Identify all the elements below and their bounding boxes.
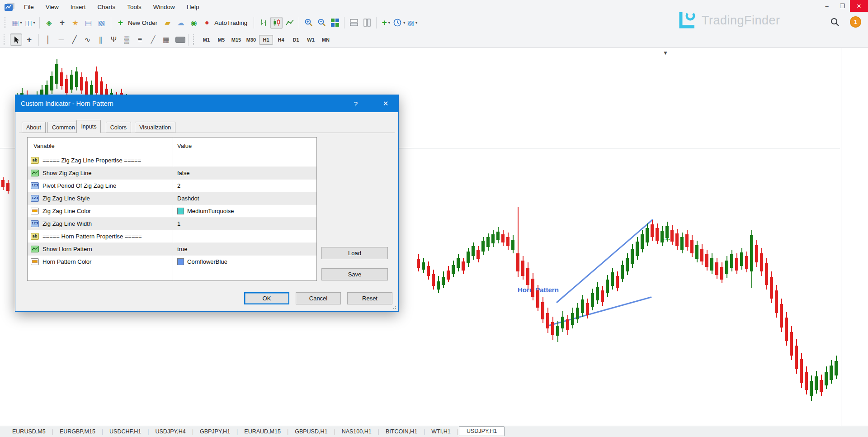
- table-row[interactable]: 123Zig Zag Line Width1: [28, 218, 316, 230]
- notification-badge[interactable]: 1: [850, 16, 861, 28]
- fibo-fan-tool[interactable]: ╱: [147, 33, 159, 46]
- value-cell[interactable]: 1: [173, 218, 316, 230]
- chart-tab-wti-h1[interactable]: WTI,H1: [425, 428, 456, 436]
- dialog-resize-grip[interactable]: [392, 305, 396, 309]
- chart-tab-usdjpy-h4[interactable]: USDJPY,H4: [150, 428, 192, 436]
- new-chart-button[interactable]: ▦▾: [11, 17, 23, 29]
- bar-chart-button[interactable]: [257, 17, 269, 29]
- zoom-in-button[interactable]: [302, 17, 315, 29]
- menu-file[interactable]: File: [18, 4, 40, 10]
- tab-visualization[interactable]: Visualization: [135, 122, 175, 133]
- timeframe-m15[interactable]: M15: [229, 35, 243, 45]
- timeframe-w1[interactable]: W1: [304, 35, 318, 45]
- chart-tab-bitcoin-h1[interactable]: BITCOIN,H1: [380, 428, 423, 436]
- menu-view[interactable]: View: [40, 4, 65, 10]
- tab-about[interactable]: About: [22, 122, 46, 133]
- trend-angle-tool[interactable]: ∿: [81, 33, 94, 46]
- timeframe-h4[interactable]: H4: [274, 35, 288, 45]
- load-button[interactable]: Load: [321, 247, 388, 259]
- tile-windows-button[interactable]: [329, 17, 341, 29]
- timeframe-d1[interactable]: D1: [289, 35, 303, 45]
- arrange-horizontal-button[interactable]: [361, 17, 373, 29]
- cancel-button[interactable]: Cancel: [296, 292, 341, 304]
- line-chart-button[interactable]: [283, 17, 296, 29]
- table-row[interactable]: Show Zig Zag Linefalse: [28, 167, 316, 180]
- periods-button[interactable]: ▾: [393, 17, 405, 29]
- table-row[interactable]: ab===== Zig Zag Line Propertise =====: [28, 154, 316, 167]
- search-icon[interactable]: [830, 17, 840, 27]
- ok-button[interactable]: OK: [244, 292, 289, 304]
- timeframe-m1[interactable]: M1: [199, 35, 213, 45]
- strategy-tester-button[interactable]: ▧: [95, 17, 108, 29]
- pattern-tool[interactable]: ▒: [121, 33, 133, 46]
- crosshair-button[interactable]: +: [56, 17, 68, 29]
- value-cell[interactable]: [173, 230, 316, 242]
- tab-colors[interactable]: Colors: [106, 122, 131, 133]
- crosshair-tool[interactable]: +: [23, 33, 35, 46]
- chart-scroll-arrow-icon[interactable]: ▼: [663, 50, 668, 56]
- chart-tab-gbpjpy-h1[interactable]: GBPJPY,H1: [194, 428, 236, 436]
- table-row[interactable]: Zig Zag Line ColorMediumTurquoise: [28, 205, 316, 218]
- chart-tab-eurgbp-m15[interactable]: EURGBP,M15: [54, 428, 101, 436]
- minimize-button[interactable]: –: [819, 0, 835, 12]
- value-cell[interactable]: 2: [173, 180, 316, 192]
- menu-window[interactable]: Window: [147, 4, 181, 10]
- autotrading-button-label[interactable]: AutoTrading: [214, 19, 247, 26]
- reset-button[interactable]: Reset: [347, 292, 392, 304]
- vertical-line-tool[interactable]: │: [42, 33, 54, 46]
- chart-tab-eurusd-m5[interactable]: EURUSD,M5: [6, 428, 52, 436]
- arrange-vertical-button[interactable]: [348, 17, 360, 29]
- chart-tab-gbpusd-h1[interactable]: GBPUSD,H1: [289, 428, 333, 436]
- andrews-pitchfork-tool[interactable]: Ψ: [108, 33, 120, 46]
- timeframe-m5[interactable]: M5: [214, 35, 228, 45]
- tab-common[interactable]: Common: [47, 122, 80, 133]
- value-cell[interactable]: CornflowerBlue: [173, 256, 316, 268]
- value-cell[interactable]: [173, 154, 316, 166]
- cursor-tool[interactable]: [10, 33, 22, 46]
- timeframe-m30[interactable]: M30: [244, 35, 258, 45]
- templates-button[interactable]: ★: [69, 17, 81, 29]
- table-row[interactable]: ab===== Horn Pattern Propertise =====: [28, 230, 316, 243]
- dialog-close-button[interactable]: ✕: [376, 95, 396, 112]
- restore-button[interactable]: ❐: [835, 0, 850, 12]
- dialog-help-button[interactable]: ?: [346, 95, 366, 112]
- menu-charts[interactable]: Charts: [92, 4, 122, 10]
- new-order-button[interactable]: +: [114, 17, 127, 29]
- zoom-out-button[interactable]: [316, 17, 328, 29]
- profiles-button[interactable]: ◫▾: [24, 17, 36, 29]
- shapes-button[interactable]: [175, 37, 185, 43]
- trendline-tool[interactable]: ╱: [68, 33, 80, 46]
- timeframe-mn[interactable]: MN: [319, 35, 333, 45]
- menu-tools[interactable]: Tools: [121, 4, 147, 10]
- value-cell[interactable]: MediumTurquoise: [173, 205, 316, 217]
- dialog-titlebar[interactable]: Custom Indicator - Horn Pattern ? ✕: [15, 95, 398, 112]
- horizontal-line-tool[interactable]: ─: [55, 33, 67, 46]
- close-button[interactable]: ✕: [850, 0, 868, 12]
- fibo-retracement-tool[interactable]: ≡: [134, 33, 146, 46]
- new-order-button-label[interactable]: New Order: [128, 19, 157, 26]
- value-cell[interactable]: false: [173, 167, 316, 179]
- signals-button[interactable]: ◉: [188, 17, 200, 29]
- menu-insert[interactable]: Insert: [65, 4, 92, 10]
- candlestick-chart-button[interactable]: [270, 17, 283, 29]
- autotrading-button[interactable]: ●: [201, 17, 213, 29]
- fibo-grid-tool[interactable]: ▦: [160, 33, 172, 46]
- equidistant-channel-tool[interactable]: ∥: [94, 33, 107, 46]
- timeframe-h1[interactable]: H1: [259, 35, 273, 45]
- market-watch-button[interactable]: ◈: [43, 17, 55, 29]
- expert-advisors-button[interactable]: ▰: [161, 17, 174, 29]
- chart-templates-button[interactable]: ▨▾: [406, 17, 418, 29]
- terminal-button[interactable]: ☁: [175, 17, 187, 29]
- value-cell[interactable]: true: [173, 243, 316, 255]
- table-row[interactable]: 123Pivot Period Of Zig Zag Line2: [28, 180, 316, 192]
- table-row[interactable]: 123Zig Zag Line StyleDashdot: [28, 192, 316, 205]
- chart-tab-nas100-h1[interactable]: NAS100,H1: [336, 428, 377, 436]
- indicators-button[interactable]: +▾: [380, 17, 392, 29]
- chart-tab-usdjpy-h1[interactable]: USDJPY,H1: [459, 426, 505, 436]
- menu-help[interactable]: Help: [181, 4, 205, 10]
- tab-inputs[interactable]: Inputs: [76, 120, 101, 133]
- table-row[interactable]: Show Horn Patterntrue: [28, 243, 316, 256]
- data-window-button[interactable]: ▤: [82, 17, 94, 29]
- table-row[interactable]: Horn Pattern ColorCornflowerBlue: [28, 256, 316, 268]
- save-button[interactable]: Save: [321, 268, 388, 280]
